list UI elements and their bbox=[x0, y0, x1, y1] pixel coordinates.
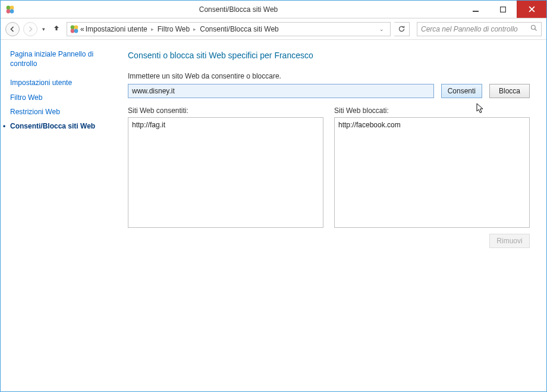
breadcrumb-prefix: « bbox=[80, 25, 84, 33]
search-input[interactable]: Cerca nel Pannello di controllo bbox=[417, 22, 542, 36]
svg-point-7 bbox=[74, 25, 78, 29]
breadcrumb[interactable]: « Impostazioni utente ▸ Filtro Web ▸ Con… bbox=[67, 22, 391, 36]
window-title: Consenti/Blocca siti Web bbox=[15, 5, 462, 14]
refresh-button[interactable] bbox=[394, 22, 410, 36]
svg-rect-5 bbox=[501, 7, 506, 12]
maximize-button[interactable] bbox=[489, 1, 517, 18]
family-safety-icon bbox=[5, 5, 15, 14]
search-icon bbox=[530, 24, 537, 33]
svg-point-2 bbox=[7, 9, 11, 13]
chevron-right-icon: ▸ bbox=[191, 26, 199, 32]
window: Consenti/Blocca siti Web ▾ bbox=[0, 0, 547, 392]
minimize-button[interactable] bbox=[462, 1, 489, 18]
forward-button[interactable] bbox=[23, 22, 37, 36]
svg-point-0 bbox=[7, 5, 11, 10]
sidebar-home-link[interactable]: Pagina iniziale Pannello di controllo bbox=[10, 49, 116, 68]
svg-point-9 bbox=[74, 29, 78, 33]
breadcrumb-item[interactable]: Filtro Web bbox=[158, 25, 190, 33]
navbar: ▾ « Impostazioni utente ▸ Filtro Web ▸ C… bbox=[1, 18, 546, 40]
blocked-label: Siti Web bloccati: bbox=[334, 106, 530, 115]
svg-rect-4 bbox=[473, 11, 479, 12]
chevron-right-icon: ▸ bbox=[149, 26, 156, 32]
content: Consenti o blocca siti Web specifici per… bbox=[120, 40, 546, 391]
breadcrumb-item[interactable]: Impostazioni utente bbox=[86, 25, 147, 33]
svg-point-8 bbox=[71, 29, 75, 33]
page-title: Consenti o blocca siti Web specifici per… bbox=[128, 51, 530, 60]
titlebar: Consenti/Blocca siti Web bbox=[1, 1, 546, 18]
list-item[interactable]: http://facebook.com bbox=[338, 120, 526, 130]
sidebar-item-restrizioni[interactable]: Restrizioni Web bbox=[10, 107, 116, 117]
search-placeholder: Cerca nel Pannello di controllo bbox=[421, 25, 518, 33]
sidebar-item-filtro[interactable]: Filtro Web bbox=[10, 93, 116, 102]
sidebar-item-consenti-blocca[interactable]: Consenti/Blocca siti Web bbox=[10, 121, 116, 131]
sidebar: Pagina iniziale Pannello di controllo Im… bbox=[1, 40, 120, 391]
allowed-list[interactable]: http://fag.it bbox=[128, 117, 323, 228]
list-item[interactable]: http://fag.it bbox=[132, 120, 319, 130]
svg-point-3 bbox=[10, 9, 14, 13]
allowed-label: Siti Web consentiti: bbox=[128, 106, 323, 115]
back-button[interactable] bbox=[5, 22, 20, 36]
history-dropdown-icon[interactable]: ▾ bbox=[41, 26, 46, 32]
svg-point-10 bbox=[532, 26, 536, 30]
allow-button[interactable]: Consenti bbox=[441, 84, 482, 98]
blocked-list[interactable]: http://facebook.com bbox=[334, 117, 530, 228]
instruction-label: Immettere un sito Web da consentire o bl… bbox=[128, 72, 530, 80]
remove-button[interactable]: Rimuovi bbox=[489, 234, 530, 248]
svg-point-1 bbox=[10, 5, 14, 10]
up-button[interactable] bbox=[50, 24, 63, 34]
close-button[interactable] bbox=[517, 1, 546, 18]
sidebar-item-impostazioni[interactable]: Impostazioni utente bbox=[10, 78, 116, 87]
svg-point-6 bbox=[71, 25, 75, 29]
family-safety-icon bbox=[70, 24, 79, 34]
breadcrumb-dropdown-icon[interactable]: ⌄ bbox=[376, 26, 388, 32]
url-input[interactable] bbox=[128, 84, 434, 98]
breadcrumb-item[interactable]: Consenti/Blocca siti Web bbox=[200, 25, 279, 33]
block-button[interactable]: Blocca bbox=[489, 84, 530, 98]
